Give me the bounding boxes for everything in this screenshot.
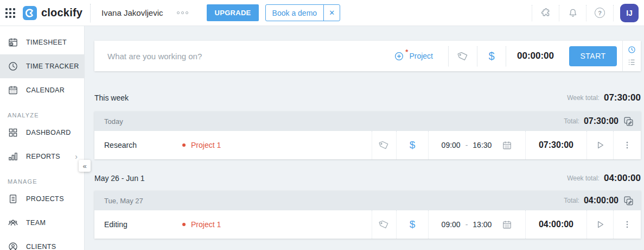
day-total-label: Total: — [564, 197, 579, 204]
plus-circle-icon: * — [394, 51, 404, 61]
day-total-value: 04:00:00 — [584, 196, 619, 205]
entry-project[interactable]: Project 1 — [182, 220, 221, 229]
day-label: Tue, May 27 — [104, 197, 143, 205]
required-asterisk: * — [405, 48, 408, 56]
sidebar-label-reports: REPORTS — [26, 153, 60, 160]
book-demo-label: Book a demo — [266, 5, 324, 21]
day-header: Today Total: 07:30:00 — [94, 111, 641, 131]
book-demo-close-icon[interactable]: ✕ — [323, 5, 340, 21]
bulk-edit-icon[interactable] — [623, 116, 634, 127]
calendar-picker-icon[interactable] — [502, 140, 512, 151]
book-demo-button[interactable]: Book a demo ✕ — [265, 4, 341, 21]
day-group: Today Total: 07:30:00 Research — [94, 111, 641, 159]
sidebar-section-analyze: ANALYZE — [8, 112, 84, 118]
select-project-button[interactable]: * Project — [379, 51, 448, 61]
entry-menu-button[interactable] — [614, 131, 641, 159]
week-title: May 26 - Jun 1 — [94, 174, 145, 183]
week-total-label: Week total: — [567, 174, 600, 182]
clockify-app: clockify Ivana Jakovljevic UPGRADE Book … — [0, 0, 644, 250]
project-button-label: Project — [409, 52, 433, 60]
calendar-picker-icon[interactable] — [502, 220, 512, 230]
kebab-menu-icon — [622, 140, 632, 150]
sidebar-item-calendar[interactable]: CALENDAR — [0, 78, 84, 102]
sidebar-label-projects: PROJECTS — [26, 195, 64, 203]
continue-entry-button[interactable] — [587, 131, 613, 159]
clockify-logo[interactable]: clockify — [23, 6, 82, 20]
sidebar-label-time-tracker: TIME TRACKER — [26, 62, 79, 70]
sidebar-item-reports[interactable]: REPORTS › — [0, 145, 84, 168]
project-name: Project 1 — [191, 220, 221, 229]
entry-time-range: 09:00 - 13:00 — [429, 210, 525, 239]
sidebar-item-projects[interactable]: PROJECTS — [0, 187, 84, 211]
entry-tags-button[interactable] — [372, 131, 396, 159]
entry-end-time[interactable]: 13:00 — [473, 220, 492, 229]
week-total-label: Week total: — [567, 94, 600, 102]
top-header: clockify Ivana Jakovljevic UPGRADE Book … — [0, 0, 644, 26]
manual-mode-icon[interactable] — [628, 58, 636, 66]
billable-button[interactable]: $ — [477, 50, 506, 62]
entry-start-time[interactable]: 09:00 — [442, 141, 461, 149]
time-separator: - — [466, 141, 468, 149]
entry-start-time[interactable]: 09:00 — [442, 220, 461, 229]
sidebar-item-time-tracker[interactable]: TIME TRACKER — [0, 54, 84, 78]
week-total-value: 04:00:00 — [604, 173, 641, 184]
sidebar: TIMESHEET TIME TRACKER — [0, 26, 85, 250]
sidebar-item-timesheet[interactable]: TIMESHEET — [0, 30, 84, 54]
reports-icon — [8, 151, 18, 162]
week-section-header: May 26 - Jun 1 Week total: 04:00:00 — [94, 172, 641, 184]
document-icon — [8, 193, 18, 204]
tags-button[interactable] — [449, 51, 477, 62]
tag-icon — [457, 51, 469, 62]
main-content: * Project $ — [85, 26, 644, 250]
entry-billable-button[interactable]: $ — [397, 210, 428, 239]
task-description-input[interactable] — [94, 41, 379, 71]
apps-grid-icon[interactable] — [0, 8, 21, 18]
header-right: ? IJ — [532, 0, 644, 26]
project-name: Project 1 — [191, 141, 221, 149]
entry-description[interactable]: Research — [94, 141, 182, 149]
day-total-value: 07:30:00 — [584, 116, 619, 126]
sidebar-label-calendar: CALENDAR — [26, 86, 65, 94]
entry-tags-button[interactable] — [372, 210, 396, 239]
time-tracker-bar: * Project $ — [94, 41, 641, 71]
sidebar-label-timesheet: TIMESHEET — [26, 39, 67, 46]
entry-duration[interactable]: 04:00:00 — [526, 210, 586, 239]
start-button[interactable]: START — [569, 46, 617, 66]
entry-billable-button[interactable]: $ — [397, 131, 428, 159]
person-circle-icon — [8, 241, 18, 250]
upgrade-button[interactable]: UPGRADE — [207, 4, 258, 21]
entry-duration[interactable]: 07:30:00 — [526, 131, 586, 159]
help-button[interactable]: ? — [586, 5, 613, 21]
tag-icon — [379, 219, 390, 230]
continue-entry-button[interactable] — [587, 210, 613, 239]
sidebar-label-clients: CLIENTS — [26, 243, 56, 250]
bell-icon — [568, 8, 578, 18]
workspace-name[interactable]: Ivana Jakovljevic — [101, 8, 163, 17]
bulk-edit-icon[interactable] — [623, 195, 634, 207]
integrations-button[interactable] — [532, 5, 559, 21]
sidebar-item-dashboard[interactable]: DASHBOARD — [0, 121, 84, 145]
header-divider — [90, 4, 91, 22]
project-color-dot — [182, 223, 186, 226]
sidebar-section-manage: MANAGE — [8, 178, 84, 185]
notifications-button[interactable] — [559, 5, 586, 21]
entry-time-range: 09:00 - 16:30 — [429, 131, 525, 159]
avatar[interactable]: IJ — [620, 4, 639, 22]
week-total-value: 07:30:00 — [604, 92, 641, 103]
question-icon: ? — [595, 8, 605, 18]
play-icon — [595, 140, 605, 151]
sidebar-item-team[interactable]: TEAM — [0, 211, 84, 235]
kebab-menu-icon — [622, 220, 632, 229]
workspace-menu-dots-icon[interactable] — [175, 9, 190, 16]
sidebar-collapse-button[interactable]: « — [79, 160, 91, 172]
timer-display[interactable]: 00:00:00 — [506, 51, 565, 61]
entry-end-time[interactable]: 16:30 — [473, 141, 492, 149]
entry-project[interactable]: Project 1 — [182, 141, 221, 149]
sidebar-label-team: TEAM — [26, 219, 46, 227]
timer-mode-icon[interactable] — [628, 46, 636, 54]
time-separator: - — [466, 220, 468, 229]
sidebar-item-clients[interactable]: CLIENTS — [0, 235, 84, 250]
entry-menu-button[interactable] — [614, 210, 641, 239]
entry-description[interactable]: Editing — [94, 220, 182, 229]
day-group: Tue, May 27 Total: 04:00:00 Editing — [94, 191, 641, 239]
